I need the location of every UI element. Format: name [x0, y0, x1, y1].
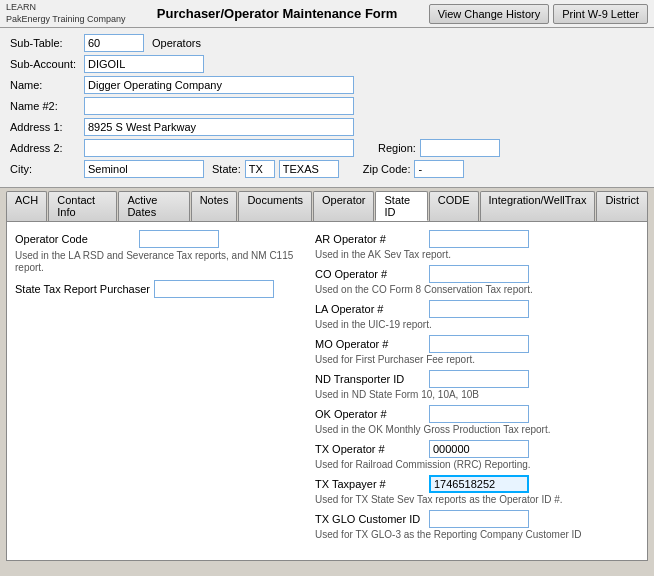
- right-field-input-7[interactable]: [429, 475, 529, 493]
- tab-integration-welltrax[interactable]: Integration/WellTrax: [480, 191, 596, 221]
- right-field-row-3: MO Operator #: [315, 335, 639, 353]
- right-field-label-1: CO Operator #: [315, 268, 425, 280]
- right-field-input-8[interactable]: [429, 510, 529, 528]
- page-title: Purchaser/Operator Maintenance Form: [126, 6, 429, 21]
- right-field-desc-6: Used for Railroad Commission (RRC) Repor…: [315, 459, 639, 470]
- name2-label: Name #2:: [10, 100, 80, 112]
- tab-ach[interactable]: ACH: [6, 191, 47, 221]
- org-line2: PakEnergy Training Company: [6, 14, 126, 26]
- right-field-row-4: ND Transporter ID: [315, 370, 639, 388]
- app-branding: LEARN PakEnergy Training Company: [6, 2, 126, 25]
- state-code-input[interactable]: [245, 160, 275, 178]
- right-field-label-0: AR Operator #: [315, 233, 425, 245]
- right-field-label-3: MO Operator #: [315, 338, 425, 350]
- city-row: City: State: Zip Code:: [10, 160, 644, 178]
- tab-documents[interactable]: Documents: [238, 191, 312, 221]
- right-panel: AR Operator #Used in the AK Sev Tax repo…: [315, 230, 639, 545]
- right-field-desc-2: Used in the UIC-19 report.: [315, 319, 639, 330]
- right-field-label-4: ND Transporter ID: [315, 373, 425, 385]
- right-field-label-2: LA Operator #: [315, 303, 425, 315]
- tab-state-id[interactable]: State ID: [375, 191, 427, 221]
- city-label: City:: [10, 163, 80, 175]
- header-buttons: View Change History Print W-9 Letter: [429, 4, 648, 24]
- operator-code-label: Operator Code: [15, 233, 135, 245]
- right-field-row-0: AR Operator #: [315, 230, 639, 248]
- header-bar: LEARN PakEnergy Training Company Purchas…: [0, 0, 654, 28]
- sub-table-input[interactable]: [84, 34, 144, 52]
- tab-code[interactable]: CODE: [429, 191, 479, 221]
- sub-table-label: Sub-Table:: [10, 37, 80, 49]
- print-w9-button[interactable]: Print W-9 Letter: [553, 4, 648, 24]
- state-label: State:: [212, 163, 241, 175]
- right-field-desc-7: Used for TX State Sev Tax reports as the…: [315, 494, 639, 505]
- operators-label: Operators: [152, 37, 201, 49]
- right-field-input-1[interactable]: [429, 265, 529, 283]
- org-line1: LEARN: [6, 2, 126, 14]
- right-field-row-5: OK Operator #: [315, 405, 639, 423]
- address1-label: Address 1:: [10, 121, 80, 133]
- right-field-label-8: TX GLO Customer ID: [315, 513, 425, 525]
- operator-code-row: Operator Code: [15, 230, 295, 248]
- right-field-input-4[interactable]: [429, 370, 529, 388]
- tab-notes[interactable]: Notes: [191, 191, 238, 221]
- form-area: Sub-Table: Operators Sub-Account: Name: …: [0, 28, 654, 188]
- right-field-input-2[interactable]: [429, 300, 529, 318]
- state-tax-label: State Tax Report Purchaser: [15, 283, 150, 295]
- zip-label: Zip Code:: [363, 163, 411, 175]
- address2-label: Address 2:: [10, 142, 80, 154]
- state-tax-input[interactable]: [154, 280, 274, 298]
- right-field-row-6: TX Operator #: [315, 440, 639, 458]
- tabs-bar: ACHContact InfoActive DatesNotesDocument…: [0, 188, 654, 221]
- view-change-history-button[interactable]: View Change History: [429, 4, 550, 24]
- address2-input[interactable]: [84, 139, 354, 157]
- tab-operator[interactable]: Operator: [313, 191, 374, 221]
- right-field-desc-3: Used for First Purchaser Fee report.: [315, 354, 639, 365]
- operator-code-desc: Used in the LA RSD and Severance Tax rep…: [15, 250, 295, 274]
- right-field-row-8: TX GLO Customer ID: [315, 510, 639, 528]
- tab-contact-info[interactable]: Contact Info: [48, 191, 117, 221]
- address1-input[interactable]: [84, 118, 354, 136]
- right-field-input-5[interactable]: [429, 405, 529, 423]
- right-field-input-0[interactable]: [429, 230, 529, 248]
- zip-input[interactable]: [414, 160, 464, 178]
- right-field-desc-1: Used on the CO Form 8 Conservation Tax r…: [315, 284, 639, 295]
- right-field-input-6[interactable]: [429, 440, 529, 458]
- city-input[interactable]: [84, 160, 204, 178]
- right-field-desc-0: Used in the AK Sev Tax report.: [315, 249, 639, 260]
- name-row: Name:: [10, 76, 644, 94]
- operator-code-input[interactable]: [139, 230, 219, 248]
- right-field-label-5: OK Operator #: [315, 408, 425, 420]
- sub-account-label: Sub-Account:: [10, 58, 80, 70]
- region-label: Region:: [378, 142, 416, 154]
- right-field-desc-5: Used in the OK Monthly Gross Production …: [315, 424, 639, 435]
- state-name-input[interactable]: [279, 160, 339, 178]
- state-tax-row: State Tax Report Purchaser: [15, 280, 295, 298]
- address2-row: Address 2: Region:: [10, 139, 644, 157]
- right-field-row-2: LA Operator #: [315, 300, 639, 318]
- sub-account-row: Sub-Account:: [10, 55, 644, 73]
- right-field-label-6: TX Operator #: [315, 443, 425, 455]
- right-field-label-7: TX Taxpayer #: [315, 478, 425, 490]
- tab-district[interactable]: District: [596, 191, 648, 221]
- name-label: Name:: [10, 79, 80, 91]
- right-field-desc-4: Used in ND State Form 10, 10A, 10B: [315, 389, 639, 400]
- sub-account-input[interactable]: [84, 55, 204, 73]
- content-inner: Operator Code Used in the LA RSD and Sev…: [15, 230, 639, 545]
- right-field-row-7: TX Taxpayer #: [315, 475, 639, 493]
- left-panel: Operator Code Used in the LA RSD and Sev…: [15, 230, 295, 545]
- region-input[interactable]: [420, 139, 500, 157]
- tab-active-dates[interactable]: Active Dates: [118, 191, 189, 221]
- sub-table-row: Sub-Table: Operators: [10, 34, 644, 52]
- right-field-row-1: CO Operator #: [315, 265, 639, 283]
- name2-input[interactable]: [84, 97, 354, 115]
- name2-row: Name #2:: [10, 97, 644, 115]
- content-area: Operator Code Used in the LA RSD and Sev…: [6, 221, 648, 561]
- name-input[interactable]: [84, 76, 354, 94]
- right-field-desc-8: Used for TX GLO-3 as the Reporting Compa…: [315, 529, 639, 540]
- right-field-input-3[interactable]: [429, 335, 529, 353]
- address1-row: Address 1:: [10, 118, 644, 136]
